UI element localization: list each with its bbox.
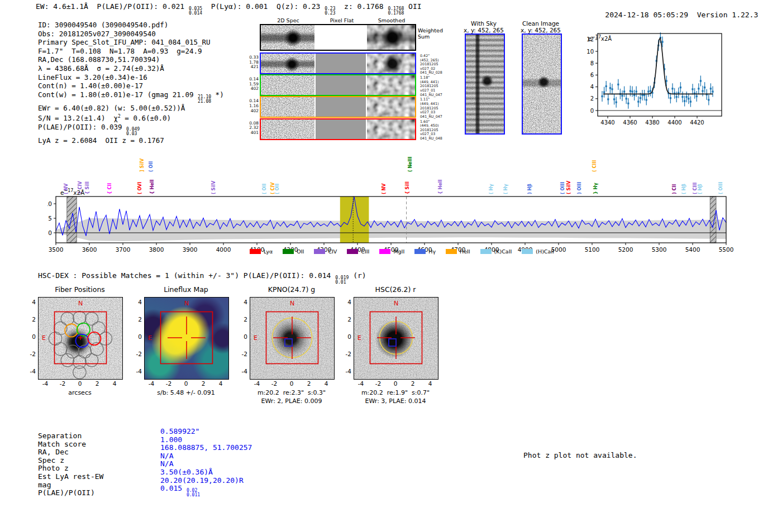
line-label-SiII: { SiII	[405, 181, 410, 194]
line-label-OII: ( OII	[275, 184, 280, 194]
x-tick-label: -2	[162, 380, 175, 387]
line-label-SiIV: ( SiIV	[566, 180, 571, 194]
y-tick-label: -2	[340, 351, 351, 357]
elixer-report-page: EW: 4.6±1.1Å P(LAE)/P(OII): 0.021 0.0350…	[0, 0, 782, 532]
line-label-OII: ( OII	[262, 184, 267, 194]
svg-text:5500: 5500	[719, 246, 734, 253]
compass-north: N	[184, 300, 189, 307]
legend-item-(K)CaII: (K)CaII	[480, 248, 512, 255]
match-table-labels: SeparationMatch scoreRA, DecSpec zPhoto …	[38, 432, 103, 497]
x-tick-label: -2	[268, 380, 281, 387]
svg-text:3800: 3800	[149, 246, 164, 253]
compass-east: E	[254, 334, 258, 342]
info-line-2: Primary Spec_Slot_IFU_AMP: 041_084_015_R…	[38, 38, 224, 47]
line-label-Hγ: ( Hγ	[489, 184, 494, 194]
y-tick-label: 0	[340, 333, 351, 340]
svg-text:4420: 4420	[690, 119, 704, 126]
svg-text:8: 8	[590, 60, 594, 66]
cutout-row-left-labels: 0.141.16402	[246, 99, 259, 113]
line-label-SiIV: ( SiIV	[211, 180, 216, 194]
legend-swatch	[347, 249, 358, 254]
weighted-sum-label: Weighted Sum	[418, 28, 443, 40]
fiber-xlabel: arcsecs	[27, 389, 133, 396]
legend-item-HeII: HeII	[446, 248, 470, 255]
svg-text:3700: 3700	[116, 246, 131, 253]
x-tick-label: 4	[214, 380, 227, 387]
legend-swatch	[250, 249, 261, 254]
info-line-4: RA,Dec (168.088730,51.700394)	[38, 55, 224, 64]
x-tick-label: -4	[250, 380, 264, 387]
match-row-label: mag	[38, 481, 103, 490]
y-tick-label: -2	[236, 351, 247, 357]
compass-east: E	[357, 334, 361, 342]
svg-text:3500: 3500	[49, 246, 64, 253]
y-tick-label: 2	[131, 316, 142, 323]
x-tick-label: 4	[108, 380, 121, 387]
compass-north: N	[290, 300, 294, 307]
kpno-caption-1: m:20.2 re:2.3" s:0.3"	[239, 389, 345, 396]
svg-text:10: 10	[586, 49, 594, 55]
clean-image-title: Clean Image x, y: 452, 265	[515, 20, 566, 33]
y-tick-label: 2	[25, 316, 36, 323]
line-label-Hβ: ( Hβ	[698, 184, 703, 194]
y-tick-label: -4	[340, 368, 351, 375]
line-label-OIII: ) OIII	[577, 182, 582, 194]
line-fit-inset-chart: 43404360438044004420024681012	[581, 27, 729, 133]
compass-north: N	[78, 300, 83, 307]
y-tick-label: 0	[131, 333, 142, 340]
x-tick-label: -2	[371, 380, 385, 387]
cutout-row-0: 0.331.784210.42"(452, 265)20181205v027_0…	[260, 52, 416, 74]
match-row-label: Est LyA rest-EW	[38, 473, 103, 481]
x-tick-label: 4	[320, 380, 333, 387]
col-header-smoothed: Smoothed	[367, 17, 416, 23]
legend-item-CIII: CIII	[347, 248, 369, 255]
legend-swatch	[446, 249, 457, 254]
info-line-3: F=1.7" T=0.108 N=1.78 A=0.93 g=24.9	[38, 47, 224, 56]
info-line-9: EWr = 6.40(±0.82) (w: 5.00(±0.52))Å	[38, 104, 224, 113]
hsc-r-title: HSC(26.2) r	[354, 285, 437, 294]
weighted-sum-strip	[260, 24, 416, 51]
match-row-value: 20.20(20.19,20.20)R	[160, 477, 252, 485]
spectrum-legend: LyαOIICIVCIIIMgIIHγHeII(K)CaII(H)CaII	[250, 248, 554, 255]
x-tick-label: 2	[197, 380, 210, 387]
x-tick-label: -2	[56, 380, 69, 387]
svg-text:4000: 4000	[216, 246, 231, 253]
x-tick-label: 0	[73, 380, 87, 387]
line-label-SiII: { SiII	[85, 181, 90, 194]
detection-info-block: ID: 3090049540 (3090049540.pdf)Obs: 2018…	[38, 21, 224, 145]
legend-item-OII: OII	[283, 248, 304, 255]
line-label-CIII: ( CIII	[693, 183, 698, 194]
y-tick-label: 0	[25, 333, 36, 340]
legend-swatch	[414, 249, 426, 254]
kpno-g-image: NE	[250, 297, 335, 380]
info-line-7: Cont(n) = 1.40(±0.00)e-17	[38, 82, 224, 90]
col-header-pixelflat: Pixel Flat	[317, 17, 367, 23]
kpno-caption-2: EWr: 2, PLAE: 0.009	[239, 397, 345, 405]
x-tick-label: 0	[285, 380, 298, 387]
legend-item-Hγ: Hγ	[414, 248, 436, 255]
y-tick-label: 4	[25, 299, 36, 305]
svg-text:5300: 5300	[652, 246, 667, 253]
line-label-Hγ: } Hγ	[593, 183, 598, 194]
svg-text:4400: 4400	[667, 119, 681, 126]
info-line-1: Obs: 20181205v027_3090049540	[38, 30, 224, 39]
x-tick-label: 2	[302, 380, 316, 387]
svg-text:4340: 4340	[600, 119, 614, 126]
match-row-label: P(LAE)/P(OII)	[38, 489, 103, 497]
match-row-label: Photo z	[38, 464, 103, 473]
info-line-5: λ = 4386.68Å σ = 2.74(±0.32)Å	[38, 64, 224, 73]
legend-item-Lyα: Lyα	[250, 248, 273, 255]
y-tick-label: 2	[236, 316, 247, 323]
svg-text:4360: 4360	[623, 119, 637, 126]
line-label-SiIV: ] SiIV	[140, 158, 145, 172]
match-row-value: 3.50(±0.36)Å	[160, 468, 252, 477]
report-meta: 2024-12-18 05:05:29 Version 1.22.3	[588, 2, 758, 27]
line-label-Hγ: ( Hγ	[503, 184, 508, 194]
y-tick-label: -2	[131, 351, 142, 357]
match-row-label: Separation	[38, 432, 103, 440]
centroid-marker	[389, 339, 396, 346]
info-line-0: ID: 3090049540 (3090049540.pdf)	[38, 21, 224, 30]
match-row-value: N/A	[160, 460, 252, 468]
y-tick-label: 2	[340, 316, 351, 323]
x-tick-label: -4	[145, 380, 158, 387]
